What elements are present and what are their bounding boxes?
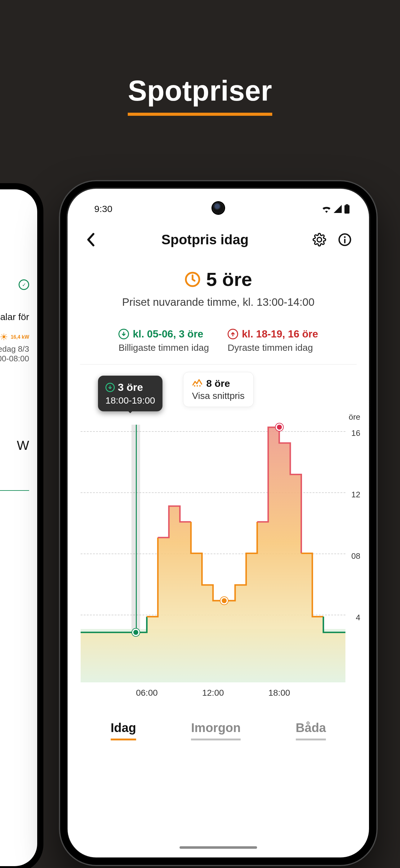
y-tick: 16 (351, 428, 360, 438)
signal-icon (333, 205, 342, 213)
current-price: 5 öre (206, 268, 252, 290)
svg-point-8 (199, 385, 201, 387)
expensive-hour: kl. 18-19, 16 öre Dyraste timmen idag (228, 328, 318, 353)
tab-both[interactable]: Båda (296, 721, 326, 740)
plot-area[interactable] (80, 425, 345, 682)
clock-icon (185, 271, 201, 287)
chart-tooltip: 3 öre 18:00-19:00 (98, 376, 163, 411)
settings-button[interactable] (311, 231, 328, 248)
day-tabs: Idag Imorgon Båda (68, 710, 369, 740)
average-price-card[interactable]: 8 öre Visa snittpris (183, 372, 254, 407)
average-price-label: Visa snittpris (192, 391, 245, 401)
x-tick: 12:00 (202, 688, 224, 698)
battery-icon (343, 204, 351, 214)
arrow-down-icon (119, 329, 129, 339)
cheapest-hour: kl. 05-06, 3 öre Billigaste timmen idag (119, 328, 209, 353)
y-axis-unit: öre (348, 412, 360, 422)
x-tick: 18:00 (268, 688, 290, 698)
sun-icon: ☀ (0, 332, 8, 342)
status-time: 9:30 (94, 204, 112, 214)
svg-point-3 (344, 236, 346, 238)
svg-rect-4 (344, 239, 345, 243)
wifi-icon (321, 205, 332, 213)
svg-rect-1 (344, 205, 349, 214)
info-button[interactable] (336, 231, 354, 248)
expensive-label: Dyraste timmen idag (228, 342, 318, 353)
tooltip-time: 18:00-19:00 (105, 395, 155, 406)
tab-today[interactable]: Idag (111, 721, 136, 740)
peek-letter: W (0, 438, 29, 453)
cheapest-label: Billigaste timmen idag (119, 342, 209, 353)
page-title: Spotpris idag (99, 232, 311, 247)
secondary-phone-frame: ✓ alar för ☀ 16,4 kW Fredag 8/3 07:00-08… (0, 183, 43, 868)
app-screen: 9:30 Spotpris idag (68, 189, 369, 858)
phone-frame: 9:30 Spotpris idag (59, 180, 378, 866)
back-button[interactable] (82, 231, 99, 248)
x-tick: 06:00 (136, 688, 158, 698)
peek-date: Fredag 8/3 (0, 344, 29, 354)
home-indicator[interactable] (179, 846, 257, 849)
y-tick: 08 (351, 551, 360, 561)
average-price-value: 8 öre (206, 378, 230, 389)
expensive-value: kl. 18-19, 16 öre (242, 328, 318, 340)
y-tick: 4 (356, 613, 360, 622)
tooltip-price: 3 öre (118, 381, 143, 393)
svg-point-6 (194, 385, 195, 387)
svg-point-7 (197, 385, 198, 387)
divider (80, 364, 357, 365)
expensive-marker (277, 425, 282, 430)
cheapest-marker (133, 630, 138, 635)
arrow-down-icon (105, 383, 115, 392)
peek-text: alar för (0, 312, 29, 322)
promo-title: Spotpriser (128, 74, 272, 116)
check-icon: ✓ (19, 279, 29, 290)
arrow-up-icon (228, 329, 238, 339)
peek-solar-value: 16,4 kW (10, 334, 29, 340)
peek-hours: 07:00-08:00 (0, 354, 29, 364)
tab-tomorrow[interactable]: Imorgon (191, 721, 241, 740)
svg-rect-0 (346, 204, 348, 205)
current-price-subtitle: Priset nuvarande timme, kl. 13:00-14:00 (84, 296, 353, 308)
chart-svg (80, 425, 345, 682)
cheapest-value: kl. 05-06, 3 öre (133, 328, 203, 340)
spark-icon (192, 378, 202, 389)
camera-notch (213, 203, 224, 214)
current-hour-marker (222, 598, 227, 603)
y-tick: 12 (351, 490, 360, 499)
spot-price-chart[interactable]: 8 öre Visa snittpris 3 öre 18:00-19:00 ö… (77, 372, 359, 710)
